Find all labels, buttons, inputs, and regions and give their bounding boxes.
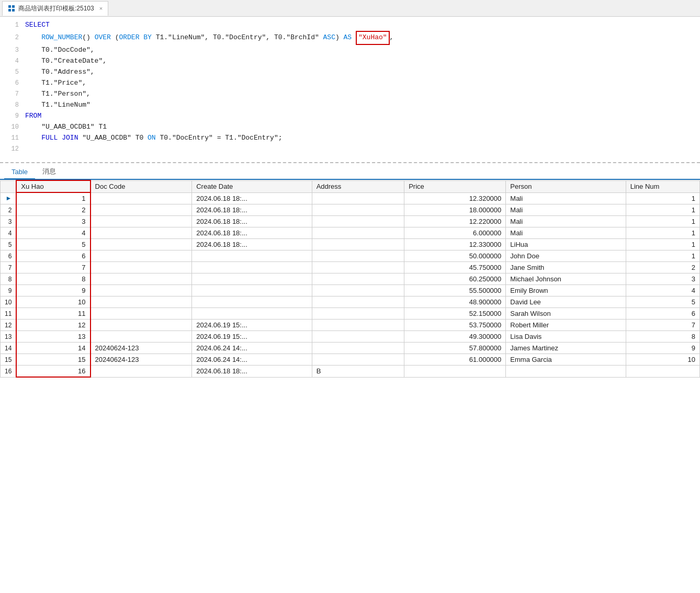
row-number-cell: 2 [1, 204, 17, 216]
cell-doccode [91, 262, 192, 273]
cell-address [312, 343, 404, 354]
cell-linenum: 1 [626, 250, 699, 262]
row-number-cell: 13 [1, 331, 17, 343]
svg-rect-1 [12, 5, 15, 8]
col-header-xuhao: Xu Hao [16, 180, 90, 192]
table-row: 101048.900000David Lee5 [1, 297, 700, 308]
cell-createdate [192, 285, 312, 297]
cell-price: 61.000000 [404, 354, 506, 366]
tab-close-button[interactable]: × [99, 5, 103, 12]
sql-line-1: 1 SELECT [0, 20, 700, 31]
cell-address [312, 285, 404, 297]
cell-address [312, 273, 404, 285]
cell-xuhao: 5 [16, 239, 90, 250]
table-row: 222024.06.18 18:...18.000000Mali1 [1, 204, 700, 216]
active-tab[interactable]: 商品培训表打印模板:25103 × [2, 1, 108, 16]
cell-person: Mali [506, 192, 626, 204]
svg-rect-0 [8, 5, 11, 8]
row-number-cell: 8 [1, 273, 17, 285]
cell-person: LiHua [506, 239, 626, 250]
cell-address [312, 354, 404, 366]
table-row: ►12024.06.18 18:...12.320000Mali1 [1, 192, 700, 204]
col-header-doccode: Doc Code [91, 180, 192, 192]
sql-line-11: 11 FULL JOIN "U_AAB_OCDB" T0 ON T0."DocE… [0, 133, 700, 144]
sql-line-7: 7 T1."Person", [0, 89, 700, 100]
sql-line-2: 2 ROW_NUMBER() OVER (ORDER BY T1."LineNu… [0, 31, 700, 45]
cell-doccode: 20240624-123 [91, 354, 192, 366]
svg-rect-2 [8, 9, 11, 12]
row-number-cell: 14 [1, 343, 17, 354]
cell-doccode [91, 204, 192, 216]
cell-price: 49.300000 [404, 331, 506, 343]
table-row: 12122024.06.19 15:...53.750000Robert Mil… [1, 320, 700, 331]
col-header-address: Address [312, 180, 404, 192]
row-number-cell: 11 [1, 308, 17, 320]
cell-address [312, 297, 404, 308]
cell-xuhao: 2 [16, 204, 90, 216]
cell-doccode [91, 227, 192, 239]
cell-linenum: 7 [626, 320, 699, 331]
cell-xuhao: 13 [16, 331, 90, 343]
cell-linenum: 9 [626, 343, 699, 354]
cell-createdate: 2024.06.18 18:... [192, 204, 312, 216]
cell-linenum: 1 [626, 216, 699, 227]
row-number-cell: 9 [1, 285, 17, 297]
cell-doccode [91, 297, 192, 308]
cell-price: 6.000000 [404, 227, 506, 239]
cell-address: B [312, 366, 404, 378]
row-number-cell: ► [1, 192, 17, 204]
cell-price: 52.150000 [404, 308, 506, 320]
cell-person: Emily Brown [506, 285, 626, 297]
col-header-createdate: Create Date [192, 180, 312, 192]
tab-messages[interactable]: 消息 [35, 164, 63, 180]
cell-createdate: 2024.06.18 18:... [192, 239, 312, 250]
cell-price: 12.320000 [404, 192, 506, 204]
cell-xuhao: 4 [16, 227, 90, 239]
cell-xuhao: 14 [16, 343, 90, 354]
cell-xuhao: 15 [16, 354, 90, 366]
cell-address [312, 216, 404, 227]
table-row: 6650.000000John Doe1 [1, 250, 700, 262]
cell-xuhao: 1 [16, 192, 90, 204]
cell-createdate [192, 308, 312, 320]
table-row: 7745.750000Jane Smith2 [1, 262, 700, 273]
row-number-cell: 12 [1, 320, 17, 331]
cell-createdate: 2024.06.19 15:... [192, 331, 312, 343]
sql-line-3: 3 T0."DocCode", [0, 45, 700, 56]
cell-createdate [192, 262, 312, 273]
cell-person: Lisa Davis [506, 331, 626, 343]
cell-price: 12.220000 [404, 216, 506, 227]
tab-bar: 商品培训表打印模板:25103 × [0, 0, 700, 17]
table-row: 151520240624-1232024.06.24 14:...61.0000… [1, 354, 700, 366]
cell-doccode [91, 216, 192, 227]
data-table-wrapper[interactable]: Xu Hao Doc Code Create Date Address Pric… [0, 180, 700, 378]
table-row: 13132024.06.19 15:...49.300000Lisa Davis… [1, 331, 700, 343]
cell-xuhao: 3 [16, 216, 90, 227]
sql-line-12: 12 [0, 144, 700, 155]
sql-line-8: 8 T1."LineNum" [0, 100, 700, 111]
cell-person: David Lee [506, 297, 626, 308]
cell-address [312, 331, 404, 343]
cell-xuhao: 12 [16, 320, 90, 331]
cell-xuhao: 11 [16, 308, 90, 320]
cell-createdate [192, 297, 312, 308]
row-indicator-header [1, 180, 17, 192]
tab-table[interactable]: Table [4, 165, 35, 179]
sql-line-10: 10 "U_AAB_OCDB1" T1 [0, 122, 700, 133]
row-number-cell: 15 [1, 354, 17, 366]
cell-person: John Doe [506, 250, 626, 262]
cell-xuhao: 7 [16, 262, 90, 273]
sql-line-4: 4 T0."CreateDate", [0, 56, 700, 67]
cell-price: 48.900000 [404, 297, 506, 308]
row-number-cell: 5 [1, 239, 17, 250]
sql-editor[interactable]: 1 SELECT 2 ROW_NUMBER() OVER (ORDER BY T… [0, 17, 700, 163]
cell-address [312, 250, 404, 262]
cell-linenum: 1 [626, 227, 699, 239]
row-number-cell: 6 [1, 250, 17, 262]
table-row: 9955.500000Emily Brown4 [1, 285, 700, 297]
cell-address [312, 320, 404, 331]
cell-createdate: 2024.06.18 18:... [192, 192, 312, 204]
cell-doccode [91, 250, 192, 262]
cell-linenum: 1 [626, 239, 699, 250]
cell-person: Michael Johnson [506, 273, 626, 285]
